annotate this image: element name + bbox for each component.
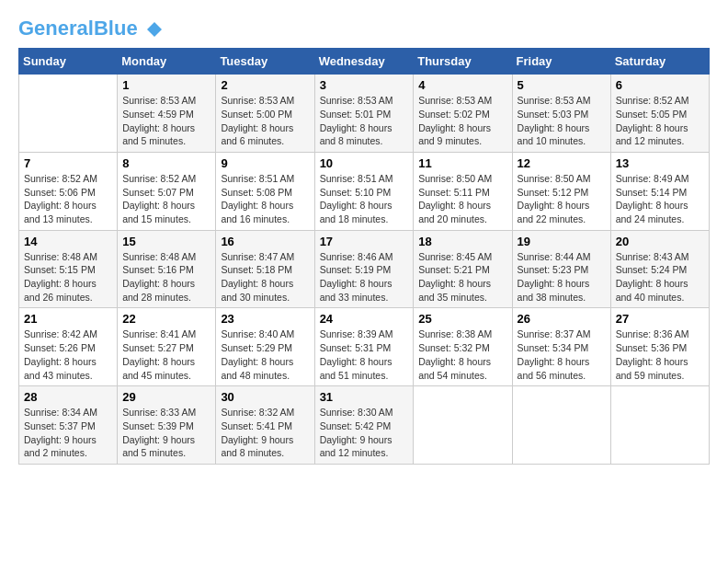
day-content: Sunrise: 8:52 AM Sunset: 5:06 PM Dayligh…	[24, 172, 112, 226]
day-number: 3	[320, 78, 409, 92]
day-content: Sunrise: 8:34 AM Sunset: 5:37 PM Dayligh…	[24, 406, 112, 460]
calendar-cell	[19, 75, 118, 153]
day-number: 30	[221, 390, 309, 404]
calendar-cell: 29Sunrise: 8:33 AM Sunset: 5:39 PM Dayli…	[118, 386, 216, 465]
calendar-cell: 25Sunrise: 8:38 AM Sunset: 5:32 PM Dayli…	[414, 308, 512, 386]
day-content: Sunrise: 8:48 AM Sunset: 5:16 PM Dayligh…	[122, 250, 210, 304]
calendar-cell: 3Sunrise: 8:53 AM Sunset: 5:01 PM Daylig…	[314, 75, 414, 153]
calendar-cell: 11Sunrise: 8:50 AM Sunset: 5:11 PM Dayli…	[414, 152, 512, 230]
day-content: Sunrise: 8:50 AM Sunset: 5:11 PM Dayligh…	[418, 172, 506, 226]
day-content: Sunrise: 8:49 AM Sunset: 5:14 PM Dayligh…	[616, 172, 704, 226]
day-content: Sunrise: 8:33 AM Sunset: 5:39 PM Dayligh…	[122, 406, 210, 460]
calendar-cell: 28Sunrise: 8:34 AM Sunset: 5:37 PM Dayli…	[19, 386, 118, 465]
day-content: Sunrise: 8:44 AM Sunset: 5:23 PM Dayligh…	[518, 250, 606, 304]
day-content: Sunrise: 8:52 AM Sunset: 5:05 PM Dayligh…	[616, 94, 704, 148]
day-content: Sunrise: 8:51 AM Sunset: 5:08 PM Dayligh…	[221, 172, 309, 226]
day-number: 16	[221, 235, 309, 248]
day-content: Sunrise: 8:42 AM Sunset: 5:26 PM Dayligh…	[24, 327, 112, 382]
svg-marker-0	[147, 22, 162, 37]
day-number: 19	[518, 235, 606, 248]
calendar-cell: 30Sunrise: 8:32 AM Sunset: 5:41 PM Dayli…	[216, 386, 314, 465]
calendar-cell: 2Sunrise: 8:53 AM Sunset: 5:00 PM Daylig…	[216, 75, 314, 153]
day-content: Sunrise: 8:45 AM Sunset: 5:21 PM Dayligh…	[418, 250, 506, 304]
calendar-cell: 10Sunrise: 8:51 AM Sunset: 5:10 PM Dayli…	[314, 152, 414, 230]
day-content: Sunrise: 8:53 AM Sunset: 5:00 PM Dayligh…	[221, 94, 309, 148]
day-of-week-header: Tuesday	[216, 49, 314, 75]
calendar-cell: 16Sunrise: 8:47 AM Sunset: 5:18 PM Dayli…	[216, 230, 314, 308]
calendar-cell: 17Sunrise: 8:46 AM Sunset: 5:19 PM Dayli…	[314, 230, 414, 308]
day-number: 4	[418, 78, 506, 92]
day-content: Sunrise: 8:38 AM Sunset: 5:32 PM Dayligh…	[418, 327, 506, 382]
day-of-week-header: Sunday	[19, 49, 118, 75]
calendar-cell: 19Sunrise: 8:44 AM Sunset: 5:23 PM Dayli…	[512, 230, 610, 308]
day-number: 23	[221, 312, 309, 326]
calendar-cell: 12Sunrise: 8:50 AM Sunset: 5:12 PM Dayli…	[512, 152, 610, 230]
calendar-week-row: 21Sunrise: 8:42 AM Sunset: 5:26 PM Dayli…	[19, 308, 710, 386]
day-number: 13	[616, 156, 704, 170]
calendar-cell	[414, 386, 512, 465]
day-number: 17	[320, 235, 409, 248]
day-content: Sunrise: 8:40 AM Sunset: 5:29 PM Dayligh…	[221, 327, 309, 382]
day-content: Sunrise: 8:46 AM Sunset: 5:19 PM Dayligh…	[320, 250, 409, 304]
day-number: 14	[24, 235, 112, 248]
calendar-week-row: 1Sunrise: 8:53 AM Sunset: 4:59 PM Daylig…	[19, 75, 710, 153]
calendar-week-row: 28Sunrise: 8:34 AM Sunset: 5:37 PM Dayli…	[19, 386, 710, 465]
day-content: Sunrise: 8:36 AM Sunset: 5:36 PM Dayligh…	[616, 327, 704, 382]
calendar-cell: 7Sunrise: 8:52 AM Sunset: 5:06 PM Daylig…	[19, 152, 118, 230]
calendar-cell	[512, 386, 610, 465]
calendar-cell: 18Sunrise: 8:45 AM Sunset: 5:21 PM Dayli…	[414, 230, 512, 308]
day-of-week-header: Wednesday	[314, 49, 414, 75]
day-number: 18	[418, 235, 506, 248]
day-content: Sunrise: 8:37 AM Sunset: 5:34 PM Dayligh…	[518, 327, 606, 382]
day-content: Sunrise: 8:52 AM Sunset: 5:07 PM Dayligh…	[122, 172, 210, 226]
calendar-cell: 1Sunrise: 8:53 AM Sunset: 4:59 PM Daylig…	[118, 75, 216, 153]
day-number: 22	[122, 312, 210, 326]
calendar-cell: 9Sunrise: 8:51 AM Sunset: 5:08 PM Daylig…	[216, 152, 314, 230]
day-content: Sunrise: 8:53 AM Sunset: 5:02 PM Dayligh…	[418, 94, 506, 148]
day-of-week-header: Saturday	[610, 49, 709, 75]
day-of-week-header: Monday	[118, 49, 216, 75]
page-header: GeneralBlue	[18, 18, 710, 39]
day-number: 11	[418, 156, 506, 170]
calendar-cell: 8Sunrise: 8:52 AM Sunset: 5:07 PM Daylig…	[118, 152, 216, 230]
day-content: Sunrise: 8:51 AM Sunset: 5:10 PM Dayligh…	[320, 172, 409, 226]
day-number: 7	[24, 156, 112, 170]
day-number: 26	[518, 312, 606, 326]
calendar-cell: 27Sunrise: 8:36 AM Sunset: 5:36 PM Dayli…	[610, 308, 709, 386]
calendar-cell: 20Sunrise: 8:43 AM Sunset: 5:24 PM Dayli…	[610, 230, 709, 308]
calendar-cell: 31Sunrise: 8:30 AM Sunset: 5:42 PM Dayli…	[314, 386, 414, 465]
day-number: 24	[320, 312, 409, 326]
calendar-week-row: 14Sunrise: 8:48 AM Sunset: 5:15 PM Dayli…	[19, 230, 710, 308]
day-number: 6	[616, 78, 704, 92]
calendar-cell: 6Sunrise: 8:52 AM Sunset: 5:05 PM Daylig…	[610, 75, 709, 153]
day-content: Sunrise: 8:53 AM Sunset: 4:59 PM Dayligh…	[122, 94, 210, 148]
day-number: 2	[221, 78, 309, 92]
day-content: Sunrise: 8:43 AM Sunset: 5:24 PM Dayligh…	[616, 250, 704, 304]
logo-icon	[145, 20, 164, 39]
calendar-cell: 4Sunrise: 8:53 AM Sunset: 5:02 PM Daylig…	[414, 75, 512, 153]
day-number: 27	[616, 312, 704, 326]
logo: GeneralBlue	[18, 18, 164, 39]
day-content: Sunrise: 8:32 AM Sunset: 5:41 PM Dayligh…	[221, 406, 309, 460]
calendar-cell: 13Sunrise: 8:49 AM Sunset: 5:14 PM Dayli…	[610, 152, 709, 230]
calendar-cell: 15Sunrise: 8:48 AM Sunset: 5:16 PM Dayli…	[118, 230, 216, 308]
day-number: 9	[221, 156, 309, 170]
calendar-cell: 14Sunrise: 8:48 AM Sunset: 5:15 PM Dayli…	[19, 230, 118, 308]
day-number: 21	[24, 312, 112, 326]
calendar-cell: 23Sunrise: 8:40 AM Sunset: 5:29 PM Dayli…	[216, 308, 314, 386]
calendar-cell	[610, 386, 709, 465]
day-number: 12	[518, 156, 606, 170]
day-number: 25	[418, 312, 506, 326]
logo-text: GeneralBlue	[18, 18, 164, 39]
calendar-header-row: SundayMondayTuesdayWednesdayThursdayFrid…	[19, 49, 710, 75]
day-number: 10	[320, 156, 409, 170]
calendar-week-row: 7Sunrise: 8:52 AM Sunset: 5:06 PM Daylig…	[19, 152, 710, 230]
day-content: Sunrise: 8:50 AM Sunset: 5:12 PM Dayligh…	[518, 172, 606, 226]
day-content: Sunrise: 8:30 AM Sunset: 5:42 PM Dayligh…	[320, 406, 409, 460]
calendar-cell: 22Sunrise: 8:41 AM Sunset: 5:27 PM Dayli…	[118, 308, 216, 386]
day-number: 1	[122, 78, 210, 92]
day-number: 8	[122, 156, 210, 170]
day-number: 31	[320, 390, 409, 404]
logo-general: General	[18, 17, 94, 40]
day-number: 15	[122, 235, 210, 248]
